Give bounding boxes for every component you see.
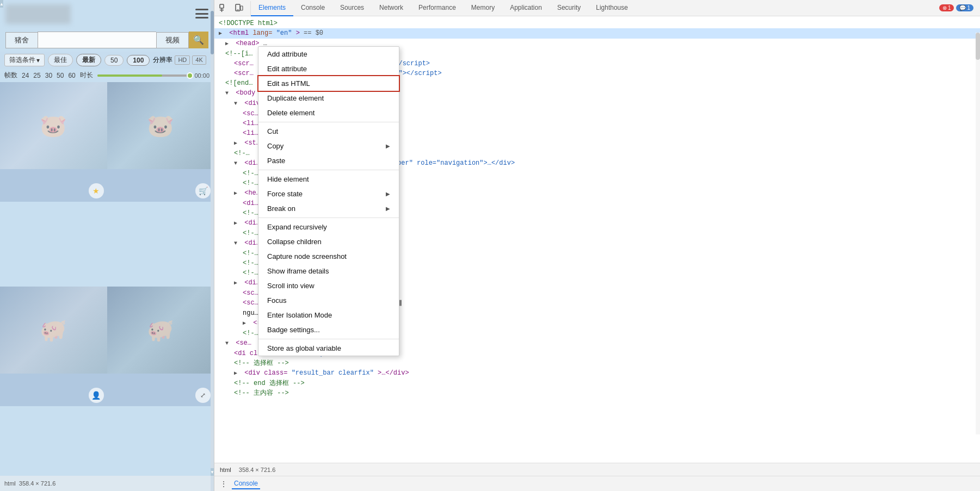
menu-badge-settings[interactable]: Badge settings... — [258, 322, 399, 337]
search-tab-video[interactable]: 视频 — [156, 32, 189, 48]
tab-security[interactable]: Security — [550, 0, 588, 16]
menu-force-state[interactable]: Force state ▶ — [258, 187, 399, 201]
frame-count-60[interactable]: 60 — [68, 72, 75, 79]
scroll-arrow-up[interactable]: ▲ — [0, 0, 3, 8]
video-card-1[interactable]: 🐷 ★ — [0, 82, 107, 202]
menu-delete-element[interactable]: Delete element — [258, 105, 399, 120]
tab-application[interactable]: Application — [502, 0, 550, 16]
se-tag: <se… — [236, 339, 251, 347]
frame-count-50[interactable]: 50 — [57, 72, 64, 79]
menu-add-attribute[interactable]: Add attribute — [258, 47, 399, 61]
video-card-4[interactable]: 🐖 ⤢ — [107, 287, 214, 406]
devtools-scrollbar[interactable] — [976, 33, 980, 434]
menu-duplicate-element[interactable]: Duplicate element — [258, 91, 399, 105]
comment-8: <!-… — [243, 259, 258, 267]
hamburger-menu[interactable] — [195, 9, 208, 18]
tab-console[interactable]: Console — [293, 0, 332, 16]
triangle-header[interactable]: ▼ — [234, 239, 241, 248]
console-tab[interactable]: Console — [232, 478, 260, 489]
menu-divider-3 — [258, 217, 399, 218]
menu-duplicate-element-label: Duplicate element — [267, 94, 324, 102]
cart-button-2[interactable]: 🛒 — [195, 183, 211, 198]
star-button-1[interactable]: ★ — [89, 183, 104, 198]
triangle-div2[interactable]: ▶ — [234, 278, 241, 288]
triangle-result[interactable]: ▶ — [234, 369, 241, 378]
left-scrollbar-thumb[interactable] — [211, 11, 214, 54]
menu-scroll-into-view[interactable]: Scroll into view — [258, 278, 399, 293]
filter-tag-50[interactable]: 50 — [104, 55, 124, 66]
left-scrollbar[interactable] — [211, 0, 214, 491]
triangle-se[interactable]: ▼ — [225, 339, 232, 349]
tab-network[interactable]: Network — [372, 0, 411, 16]
tab-sources[interactable]: Sources — [332, 0, 372, 16]
element-picker-icon[interactable] — [217, 1, 231, 15]
tab-performance[interactable]: Performance — [411, 0, 464, 16]
triangle-st[interactable]: ▶ — [234, 139, 241, 148]
menu-focus[interactable]: Focus — [258, 293, 399, 308]
head-tag: <head> — [236, 40, 259, 47]
devtools-toolbar: Elements Console Sources Network Perform… — [214, 0, 980, 16]
tab-elements[interactable]: Elements — [251, 0, 293, 16]
triangle-head[interactable]: ▶ — [225, 39, 232, 49]
search-input[interactable] — [38, 32, 156, 48]
sc-tag: <sc… — [243, 110, 258, 117]
menu-hide-element[interactable]: Hide element — [258, 172, 399, 187]
tab-lighthouse[interactable]: Lighthouse — [588, 0, 636, 16]
menu-paste[interactable]: Paste — [258, 153, 399, 168]
triangle-nav[interactable]: ▼ — [234, 159, 241, 169]
filter-tag-newest[interactable]: 最新 — [76, 54, 101, 66]
menu-capture-screenshot[interactable]: Capture node screenshot — [258, 249, 399, 264]
menu-edit-as-html[interactable]: Edit as HTML — [258, 76, 399, 91]
menu-store-global[interactable]: Store as global variable — [258, 341, 399, 356]
duration-slider[interactable] — [97, 74, 190, 77]
devtools-scrollbar-thumb[interactable] — [976, 33, 980, 60]
resolution-hd[interactable]: HD — [175, 55, 190, 65]
comment-2: <!-… — [234, 150, 250, 157]
video-card-2[interactable]: 🐷 🛒 — [107, 82, 214, 202]
triangle-style[interactable]: ▶ — [234, 219, 241, 228]
menu-cut[interactable]: Cut — [258, 124, 399, 139]
html-line-html[interactable]: ▶ <html lang= "en" > == $0 — [214, 28, 980, 39]
logo-image — [5, 4, 71, 24]
video-card-3[interactable]: 🐖 👤 — [0, 287, 107, 406]
html-panel: <!DOCTYPE html> ▶ <html lang= "en" > == … — [214, 16, 980, 463]
menu-break-on[interactable]: Break on ▶ — [258, 201, 399, 216]
html-crumb[interactable]: html — [220, 467, 231, 473]
html-line-result-bar[interactable]: ▶ <div class= "result_bar clearfix" >…</… — [214, 368, 980, 378]
device-toolbar-icon[interactable] — [232, 1, 246, 15]
expand-button-4[interactable]: ⤢ — [195, 388, 211, 403]
filter-tag-best[interactable]: 最佳 — [48, 54, 73, 66]
li2-tag: <li… — [243, 129, 258, 137]
message-icon: 💬 — [959, 5, 966, 11]
search-button[interactable]: 🔍 — [189, 32, 208, 48]
frame-count-24[interactable]: 24 — [22, 72, 29, 79]
triangle-body[interactable]: ▼ — [225, 89, 232, 98]
filter-dropdown[interactable]: 筛选条件 ▾ — [4, 54, 45, 66]
menu-edit-attribute[interactable]: Edit attribute — [258, 61, 399, 76]
triangle-div1[interactable]: ▼ — [234, 99, 241, 109]
frame-count-25[interactable]: 25 — [33, 72, 40, 79]
html-tag: <html — [229, 29, 252, 37]
frame-count-30[interactable]: 30 — [45, 72, 52, 79]
search-tab-zhushe[interactable]: 猪舍 — [5, 32, 38, 48]
menu-divider-4 — [258, 339, 399, 339]
resolution-4k[interactable]: 4K — [192, 55, 206, 65]
di1-tag: <di… — [243, 200, 258, 207]
console-kebab-icon[interactable]: ⋮ — [220, 480, 227, 488]
devtools-right-icons: ⊗ 1 💬 1 — [935, 4, 978, 11]
menu-enter-isolation[interactable]: Enter Isolation Mode — [258, 308, 399, 322]
triangle-sc4[interactable]: ▶ — [243, 319, 249, 328]
filter-tag-100[interactable]: 100 — [127, 55, 150, 66]
menu-expand-recursively[interactable]: Expand recursively — [258, 220, 399, 234]
menu-edit-as-html-label: Edit as HTML — [267, 79, 310, 88]
menu-collapse-children[interactable]: Collapse children — [258, 234, 399, 249]
tab-memory[interactable]: Memory — [464, 0, 502, 16]
menu-copy[interactable]: Copy ▶ — [258, 139, 399, 153]
triangle-he[interactable]: ▶ — [234, 189, 241, 198]
scroll-arrow-down[interactable]: ▼ — [211, 468, 214, 476]
person-button-3[interactable]: 👤 — [89, 388, 104, 403]
menu-show-iframe[interactable]: Show iframe details — [258, 264, 399, 278]
video-thumb-4: 🐖 — [107, 287, 214, 374]
comment-end: <![end… — [225, 79, 252, 87]
triangle-icon[interactable]: ▶ — [219, 29, 225, 39]
